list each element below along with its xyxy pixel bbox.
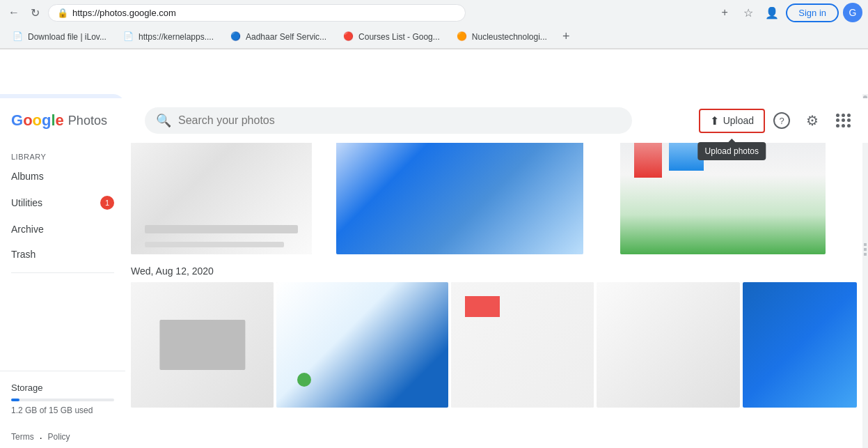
sidebar-divider (11, 272, 114, 273)
resize-dot (864, 243, 867, 246)
settings-button[interactable]: ⚙ (798, 107, 826, 134)
sidebar-item-trash[interactable]: Trash (0, 242, 125, 267)
tab-label-courses: Courses List - Goog... (358, 32, 440, 42)
back-button[interactable]: ← (6, 5, 22, 20)
url-text: https://photos.google.com (72, 8, 176, 18)
help-button[interactable]: ? (768, 107, 796, 134)
sidebar-item-albums[interactable]: Albums (0, 164, 125, 189)
tab-label-nucleus: Nucleustechnologi... (472, 32, 547, 42)
tab-icon-courses: 🔴 (343, 31, 354, 43)
search-bar[interactable]: 🔍 (145, 107, 632, 134)
tab-icon-ilov: 📄 (13, 31, 24, 43)
apps-button[interactable] (829, 107, 857, 134)
help-icon: ? (773, 112, 790, 129)
tab-label-kernelapps: https://kernelapps.... (139, 32, 214, 42)
tab-courses[interactable]: 🔴 Courses List - Goog... (336, 27, 447, 47)
date-label-aug12: Wed, Aug 12, 2020 (131, 265, 857, 277)
sidebar-footer: Terms · Policy (0, 426, 125, 448)
logo-icon: Google (11, 111, 64, 130)
sidebar-section-library: LIBRARY (0, 144, 125, 164)
resize-dot (864, 248, 867, 251)
storage-bar-fill (11, 399, 19, 401)
tab-label-ilov: Download file | iLov... (28, 32, 106, 42)
apps-icon (836, 114, 850, 128)
terms-link[interactable]: Terms (11, 432, 34, 443)
resize-handle (864, 243, 867, 256)
tab-ilov[interactable]: 📄 Download file | iLov... (6, 27, 113, 47)
date-section-aug12: Wed, Aug 12, 2020 (131, 265, 857, 408)
tab-nucleus[interactable]: 🟠 Nucleustechnologi... (450, 27, 554, 47)
main-content: Fri, Nov 6, 2020 Mon, Sep 28, 2020 (125, 94, 868, 448)
reload-button[interactable]: ↻ (28, 5, 42, 21)
policy-link[interactable]: Policy (48, 432, 70, 443)
footer-separator: · (40, 432, 42, 443)
aug12-photos (131, 282, 857, 408)
logo-text: Photos (68, 114, 107, 128)
tab-icon-nucleus: 🟠 (457, 31, 468, 43)
user-avatar[interactable]: G (843, 3, 862, 22)
sidebar-label-albums: Albums (11, 171, 44, 182)
upload-button-container: ⬆ Upload Upload photos (699, 109, 765, 133)
browser-toolbar: ← ↻ 🔒 https://photos.google.com + ☆ 👤 Si… (0, 0, 868, 25)
bookmark-button[interactable]: ☆ (739, 3, 758, 22)
settings-icon: ⚙ (806, 112, 819, 129)
utilities-badge: 1 (100, 196, 114, 210)
tab-kernelapps[interactable]: 📄 https://kernelapps.... (116, 27, 221, 47)
photo-aug12-5[interactable] (743, 282, 857, 408)
sign-in-button[interactable]: Sign in (786, 3, 839, 22)
photo-aug12-1[interactable] (131, 282, 274, 408)
photo-aug12-2[interactable] (276, 282, 448, 408)
storage-text: 1.2 GB of 15 GB used (11, 405, 114, 415)
storage-label: Storage (11, 383, 114, 393)
resize-dot (864, 253, 867, 256)
address-bar[interactable]: 🔒 https://photos.google.com (48, 4, 466, 22)
photo-aug12-4[interactable] (597, 282, 739, 408)
sidebar-storage: Storage 1.2 GB of 15 GB used (0, 371, 125, 426)
sidebar-item-utilities[interactable]: Utilities 1 (0, 189, 125, 217)
tab-icon-kernelapps: 📄 (123, 31, 134, 43)
tab-aadhaar[interactable]: 🔵 Aadhaar Self Servic... (223, 27, 333, 47)
sidebar-item-archive[interactable]: Archive (0, 217, 125, 242)
storage-bar-bg (11, 399, 114, 401)
header-actions: ⬆ Upload Upload photos ? ⚙ (699, 107, 857, 134)
new-tab-button[interactable]: + (715, 3, 734, 22)
sidebar-label-archive: Archive (11, 224, 44, 235)
logo-area: Google Photos (11, 111, 136, 130)
scrollbar[interactable] (862, 94, 868, 448)
search-input[interactable] (178, 114, 621, 127)
profile-button[interactable]: 👤 (762, 3, 782, 22)
app-header: Google Photos 🔍 ⬆ Upload Upload photos ?… (0, 98, 868, 143)
upload-button[interactable]: ⬆ Upload (699, 109, 765, 133)
browser-chrome: ← ↻ 🔒 https://photos.google.com + ☆ 👤 Si… (0, 0, 868, 49)
sidebar-label-utilities: Utilities (11, 197, 42, 208)
tab-label-aadhaar: Aadhaar Self Servic... (246, 32, 326, 42)
tabs-bar: 📄 Download file | iLov... 📄 https://kern… (0, 25, 868, 49)
browser-actions: + ☆ 👤 Sign in G (715, 3, 862, 22)
lock-icon: 🔒 (57, 8, 68, 18)
add-tab-button[interactable]: + (560, 28, 573, 45)
photo-aug12-3[interactable] (451, 282, 594, 408)
upload-label: Upload (723, 115, 754, 126)
search-icon: 🔍 (156, 113, 171, 128)
upload-icon: ⬆ (710, 114, 719, 128)
tab-icon-aadhaar: 🔵 (230, 31, 242, 43)
sidebar-label-trash: Trash (11, 249, 35, 260)
